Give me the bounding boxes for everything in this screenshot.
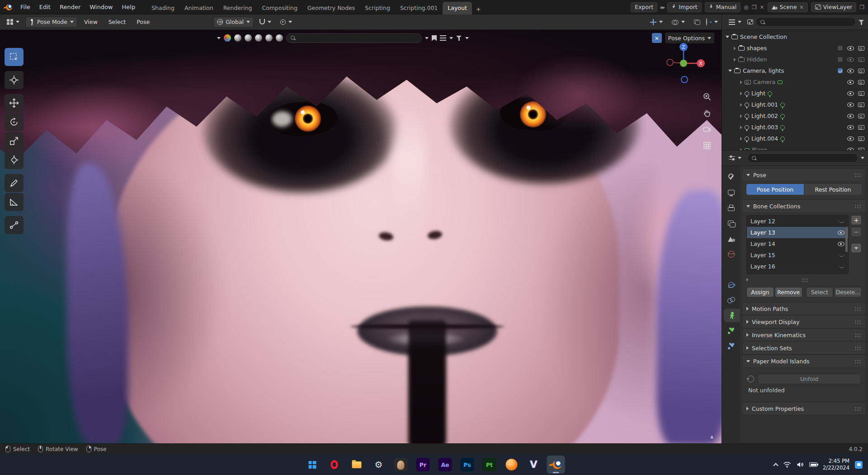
notification-icon[interactable] bbox=[855, 461, 863, 469]
render-visibility-icon[interactable] bbox=[858, 80, 864, 85]
render-visibility-icon[interactable] bbox=[858, 103, 864, 107]
transform-orientation[interactable]: Global bbox=[213, 17, 254, 28]
menu-pose[interactable]: Pose bbox=[132, 17, 154, 27]
tab-scripting[interactable]: Scripting bbox=[360, 2, 395, 14]
taskbar-after-effects[interactable]: Ae bbox=[436, 456, 454, 474]
outliner-row-light-003[interactable]: Light.003 bbox=[722, 122, 868, 133]
list-view-icon[interactable] bbox=[440, 35, 446, 41]
list-dropdown-icon[interactable] bbox=[449, 37, 453, 39]
tab-scripting-001[interactable]: Scripting.001 bbox=[395, 2, 443, 14]
remove-collection-button[interactable]: − bbox=[851, 227, 862, 237]
camera-view-icon[interactable] bbox=[703, 125, 712, 134]
tab-texture[interactable] bbox=[722, 355, 740, 368]
list-scrollbar[interactable] bbox=[845, 227, 848, 252]
render-visibility-icon[interactable] bbox=[858, 91, 864, 96]
rest-position-button[interactable]: Rest Position bbox=[804, 184, 862, 195]
resize-grip[interactable] bbox=[802, 278, 809, 282]
panel-grip[interactable] bbox=[854, 307, 862, 311]
hide-eye-icon[interactable] bbox=[847, 91, 854, 96]
outliner-row-light-002[interactable]: Light.002 bbox=[722, 110, 868, 122]
render-visibility-icon[interactable] bbox=[858, 46, 864, 51]
visibility-eye-icon[interactable] bbox=[838, 230, 844, 235]
hide-eye-icon[interactable] bbox=[847, 148, 854, 150]
tab-object[interactable] bbox=[722, 263, 740, 276]
panel-inverse-kinematics-header[interactable]: Inverse Kinematics bbox=[743, 329, 865, 341]
tab-constraints[interactable] bbox=[722, 293, 740, 307]
taskbar-blender-alt[interactable] bbox=[503, 456, 521, 474]
menu-render[interactable]: Render bbox=[56, 2, 85, 12]
tab-view-layer[interactable] bbox=[722, 216, 740, 230]
editor-type-button[interactable] bbox=[4, 17, 23, 28]
tool-select-box[interactable] bbox=[5, 48, 24, 66]
tool-annotate[interactable] bbox=[5, 174, 24, 192]
unfold-button[interactable]: Unfold bbox=[758, 374, 861, 384]
panel-viewport-display-header[interactable]: Viewport Display bbox=[743, 316, 865, 328]
layer-row[interactable]: Layer 14 bbox=[747, 238, 848, 249]
pin-icon[interactable]: ◎ bbox=[744, 4, 748, 10]
panel-grip[interactable] bbox=[854, 320, 862, 324]
properties-search-input[interactable] bbox=[747, 153, 858, 163]
matcap-sphere-icon[interactable] bbox=[255, 34, 262, 42]
menu-file[interactable]: File bbox=[16, 2, 34, 12]
deselect-button[interactable]: Desele... bbox=[834, 287, 862, 297]
exclude-checkbox[interactable] bbox=[837, 45, 843, 51]
visibility-closed-eye-icon[interactable] bbox=[839, 265, 844, 268]
layer-row[interactable]: Layer 15 bbox=[747, 249, 848, 261]
show-gizmo-dropdown[interactable] bbox=[647, 17, 666, 28]
close-overlay-button[interactable]: × bbox=[652, 33, 662, 43]
exclude-checkbox[interactable] bbox=[837, 56, 843, 62]
outliner-filter-icon[interactable] bbox=[859, 19, 864, 25]
tab-output[interactable] bbox=[722, 201, 740, 215]
select-button[interactable]: Select bbox=[806, 287, 834, 297]
panel-grip[interactable] bbox=[854, 346, 862, 350]
panel-motion-paths-header[interactable]: Motion Paths bbox=[743, 303, 865, 315]
tab-bone[interactable] bbox=[722, 324, 740, 338]
close-icon[interactable]: × bbox=[760, 4, 764, 10]
hide-eye-icon[interactable] bbox=[847, 69, 854, 73]
tool-rotate[interactable] bbox=[5, 113, 24, 131]
outliner-row-light[interactable]: Light bbox=[722, 88, 868, 99]
outliner-row-camera-lights[interactable]: Camera, lights bbox=[722, 65, 868, 76]
copy-viewlayer-icon[interactable]: ❐ bbox=[859, 4, 864, 10]
tab-object-data[interactable] bbox=[724, 309, 740, 322]
render-visibility-icon[interactable] bbox=[858, 148, 864, 150]
panel-pose-header[interactable]: Pose bbox=[743, 169, 865, 181]
proportional-editing[interactable] bbox=[277, 17, 295, 28]
tool-transform[interactable] bbox=[5, 151, 24, 169]
bookmark-icon[interactable] bbox=[432, 35, 437, 41]
filter-icon[interactable] bbox=[456, 35, 462, 41]
snap-toggle[interactable] bbox=[256, 17, 274, 28]
grid-ortho-icon[interactable] bbox=[703, 141, 712, 150]
export-button[interactable]: Export bbox=[631, 2, 657, 12]
render-visibility-icon[interactable] bbox=[858, 114, 864, 118]
hide-eye-icon[interactable] bbox=[847, 46, 854, 51]
taskbar-v-app[interactable]: V bbox=[525, 456, 543, 474]
scene-selector[interactable]: Scene× bbox=[768, 2, 808, 12]
render-visibility-icon[interactable] bbox=[858, 57, 864, 62]
tab-geometry-nodes[interactable]: Geometry Nodes bbox=[302, 2, 360, 14]
exclude-checkbox[interactable] bbox=[837, 68, 843, 74]
taskbar-premiere[interactable]: Pr bbox=[414, 456, 432, 474]
taskbar-substance-painter[interactable]: Pt bbox=[481, 456, 499, 474]
outliner-row-scene-collection[interactable]: Scene Collection bbox=[722, 31, 868, 42]
outliner-row-light-001[interactable]: Light.001 bbox=[722, 99, 868, 110]
viewlayer-selector[interactable]: ViewLayer bbox=[811, 2, 857, 12]
visibility-eye-icon[interactable] bbox=[838, 242, 844, 246]
add-collection-button[interactable]: + bbox=[851, 215, 862, 225]
tab-shading[interactable]: Shading bbox=[146, 2, 179, 14]
viewport-3d[interactable]: × Pose Options bbox=[0, 30, 722, 443]
panel-grip[interactable] bbox=[854, 333, 862, 337]
tool-breakdowner[interactable] bbox=[5, 216, 24, 234]
panel-grip[interactable] bbox=[854, 173, 862, 177]
shading-material-button[interactable] bbox=[710, 21, 712, 23]
tab-compositing[interactable]: Compositing bbox=[257, 2, 302, 14]
taskbar-zbrush[interactable] bbox=[392, 456, 410, 474]
add-workspace-button[interactable]: + bbox=[472, 4, 485, 14]
taskbar-photoshop[interactable]: Ps bbox=[458, 456, 476, 474]
hide-eye-icon[interactable] bbox=[847, 103, 854, 107]
assign-button[interactable]: Assign bbox=[746, 287, 774, 297]
tool-measure[interactable] bbox=[5, 193, 24, 211]
panel-selection-sets-header[interactable]: Selection Sets bbox=[743, 342, 865, 354]
brush-dropdown-icon[interactable] bbox=[217, 37, 221, 39]
tool-move[interactable] bbox=[5, 94, 24, 112]
